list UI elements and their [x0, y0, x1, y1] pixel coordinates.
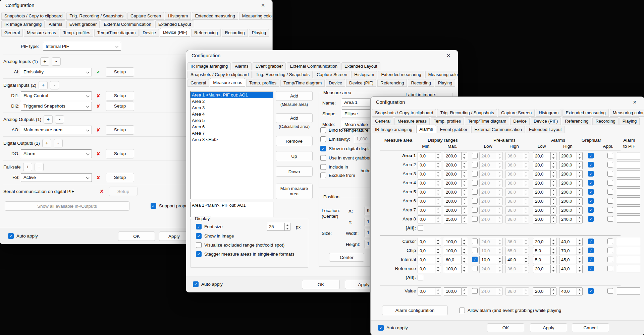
tab-extended-measuring[interactable]: Extended measuring: [562, 109, 608, 117]
spinner-arrows-icon[interactable]: [550, 206, 556, 214]
emissivity-checkbox[interactable]: [320, 136, 326, 142]
max-spinner[interactable]: 200,0: [444, 161, 467, 169]
tab-general[interactable]: General: [1, 29, 23, 37]
appl-checkbox[interactable]: [607, 189, 613, 195]
include-in-checkbox[interactable]: [320, 164, 326, 170]
use-event-grabber-checkbox-row[interactable]: Use in event grabber: [320, 155, 371, 161]
appl-checkbox[interactable]: [607, 162, 613, 168]
min-spinner[interactable]: 0,0: [418, 206, 441, 214]
spinner-arrows-icon[interactable]: [435, 287, 441, 295]
tab-external-communication[interactable]: External Communication: [101, 20, 154, 28]
io-combobox[interactable]: Emissivity: [21, 68, 92, 76]
alarm-high-spinner[interactable]: 200,0: [559, 161, 583, 169]
measure-area-listbox[interactable]: Area 1 <Main>, PIF out: AO1Area 2Area 3A…: [190, 91, 273, 199]
spinner-arrows-icon[interactable]: [550, 247, 556, 255]
tab-measuring-colors[interactable]: Measuring colors: [610, 109, 644, 117]
graphbar-checkbox[interactable]: [588, 257, 594, 262]
add-calculated-area-button[interactable]: Add: [276, 113, 313, 123]
spinner-arrows-icon[interactable]: [523, 265, 529, 273]
spinner-arrows-icon[interactable]: [497, 161, 503, 169]
spinner-arrows-icon[interactable]: [461, 256, 467, 264]
tab-ir-image-arranging[interactable]: IR Image arranging: [372, 126, 415, 133]
max-spinner[interactable]: 100,0: [444, 247, 467, 255]
tab-measure-areas[interactable]: Measure areas: [210, 78, 245, 87]
alarm-to-pif-field[interactable]: [617, 256, 640, 263]
pre-alarm-high-spinner[interactable]: 36,0: [505, 188, 529, 196]
auto-apply-checkbox[interactable]: [193, 281, 199, 287]
spinner-arrows-icon[interactable]: [523, 206, 529, 214]
tab-measure-areas[interactable]: Measure areas: [24, 29, 59, 37]
io-combobox[interactable]: Active: [21, 173, 92, 182]
tab-recording[interactable]: Recording: [592, 117, 618, 125]
pre-alarm-low-spinner[interactable]: 24,0: [479, 161, 503, 169]
all-checkbox[interactable]: [418, 225, 423, 231]
spinner-arrows-icon[interactable]: [497, 170, 503, 178]
tab-general[interactable]: General: [372, 117, 393, 125]
serial-setup-button[interactable]: Setup: [109, 187, 138, 196]
up-button[interactable]: Up: [276, 151, 313, 161]
spinner-arrows-icon[interactable]: [550, 197, 556, 205]
graphbar-checkbox[interactable]: [588, 171, 594, 177]
show-all-io-button[interactable]: Show all available in-/Outputs: [5, 201, 129, 211]
alarm-high-spinner[interactable]: 40,0: [559, 287, 583, 295]
tab-event-grabber[interactable]: Event grabber: [66, 20, 100, 28]
io-combobox[interactable]: Alarm: [21, 149, 92, 158]
spinner-arrows-icon[interactable]: [497, 206, 503, 214]
support-proprietary-checkbox[interactable]: [151, 203, 156, 209]
bind-temperature-checkbox-row[interactable]: Bind to temperature pr: [320, 127, 374, 133]
tab-capture-screen[interactable]: Capture Screen: [314, 71, 350, 78]
spinner-arrows-icon[interactable]: [523, 247, 529, 255]
spinner-arrows-icon[interactable]: [497, 152, 503, 160]
max-spinner[interactable]: 250,0: [444, 215, 467, 223]
pre-alarm-low-spinner[interactable]: 10,0: [479, 256, 503, 264]
pre-alarm-checkbox[interactable]: [472, 180, 478, 186]
auto-apply-checkbox[interactable]: [378, 325, 384, 331]
add-button[interactable]: +: [39, 81, 48, 89]
tab-event-grabber[interactable]: Event grabber: [253, 62, 286, 70]
tab-referencing[interactable]: Referencing: [377, 79, 407, 87]
pre-alarm-checkbox[interactable]: [472, 162, 478, 168]
tab-alarms[interactable]: Alarms: [46, 20, 65, 28]
alarm-low-spinner[interactable]: 20,0: [533, 170, 556, 178]
font-size-spinner[interactable]: 25: [267, 223, 290, 231]
visualize-excluded-checkbox-row[interactable]: Visualize excluded range (hot/cold spot): [196, 242, 284, 248]
spinner-arrows-icon[interactable]: [497, 238, 503, 246]
min-spinner[interactable]: 0,0: [418, 179, 441, 187]
tab-device-pif[interactable]: Device (PIF): [160, 28, 190, 37]
spinner-arrows-icon[interactable]: [461, 247, 467, 255]
spinner-arrows-icon[interactable]: [550, 215, 556, 223]
appl-checkbox[interactable]: [607, 288, 613, 294]
pre-alarm-low-spinner[interactable]: 24,0: [479, 215, 503, 223]
pif-type-combobox[interactable]: Internal PIF: [43, 42, 121, 51]
tab-device-pif[interactable]: Device (PIF): [346, 79, 376, 87]
max-spinner[interactable]: 200,0: [444, 152, 467, 160]
tab-histogram[interactable]: Histogram: [536, 109, 561, 117]
pre-alarm-low-spinner[interactable]: 24,0: [479, 179, 503, 187]
tab-snapshots-copy-to-clipboard[interactable]: Snapshots / Copy to clipboard: [372, 109, 436, 117]
alarm-high-spinner[interactable]: 45,0: [559, 256, 583, 264]
list-item[interactable]: Area 5: [191, 117, 273, 124]
allow-alarm-checkbox[interactable]: [459, 308, 465, 313]
remove-button[interactable]: -: [50, 81, 59, 89]
tab-ir-image-arranging[interactable]: IR Image arranging: [1, 20, 45, 28]
spinner-arrows-icon[interactable]: [577, 179, 583, 187]
tab-extended-layout[interactable]: Extended Layout: [155, 20, 194, 28]
spinner-arrows-icon[interactable]: [435, 170, 441, 178]
list-item[interactable]: Area 2: [191, 98, 273, 105]
max-spinner[interactable]: 200,0: [444, 188, 467, 196]
spinner-arrows-icon[interactable]: [435, 247, 441, 255]
allow-alarm-checkbox-row[interactable]: Allow alarm (and event grabbing) while p…: [459, 308, 561, 313]
alarm-to-pif-field[interactable]: [617, 152, 640, 159]
tab-alarms[interactable]: Alarms: [232, 62, 251, 70]
tab-recording[interactable]: Recording: [408, 79, 434, 87]
remove-button[interactable]: -: [52, 57, 61, 66]
tab-temp-time-diagram[interactable]: Temp/Time diagram: [94, 29, 139, 37]
list-item[interactable]: Area 7: [191, 130, 273, 136]
alarm-to-pif-field[interactable]: [617, 247, 640, 254]
pre-alarm-checkbox[interactable]: [472, 198, 478, 204]
alarm-to-pif-field[interactable]: [617, 238, 640, 245]
tab-capture-screen[interactable]: Capture Screen: [498, 109, 535, 117]
pre-alarm-checkbox[interactable]: [472, 189, 478, 195]
spinner-arrows-icon[interactable]: [435, 152, 441, 160]
tab-external-communication[interactable]: External Communication: [471, 126, 525, 133]
